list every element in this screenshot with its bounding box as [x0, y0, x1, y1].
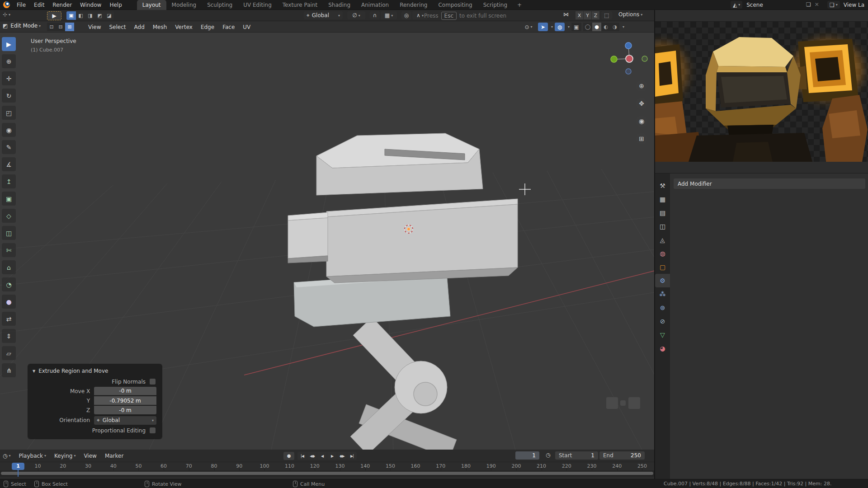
tool-shear[interactable]: ▱ — [2, 346, 16, 360]
jump-to-start-button[interactable]: |◀ — [297, 452, 307, 460]
properties-tab-material[interactable]: ◕ — [655, 342, 670, 355]
shading-dropdown-caret[interactable]: ▾ — [623, 25, 624, 29]
workspace-tab-uv-editing[interactable]: UV Editing — [238, 0, 277, 10]
current-frame-indicator[interactable]: 1 — [12, 463, 24, 470]
add-modifier-button[interactable]: Add Modifier — [674, 178, 865, 189]
properties-tab-render[interactable]: ▦ — [655, 192, 670, 206]
workspace-tab-rendering[interactable]: Rendering — [394, 0, 433, 10]
orientation-dropdown[interactable]: ⌖ Global ▾ — [94, 416, 156, 425]
tool-rip-region[interactable]: ⋔ — [2, 363, 16, 377]
viewport-menu-view[interactable]: View — [84, 24, 105, 30]
collapse-triangle-icon[interactable]: ▼ — [33, 369, 35, 373]
show-gizmo-toggle[interactable]: ➤ — [538, 23, 548, 31]
timeline-menu-keying[interactable]: Keying▾ — [50, 453, 80, 459]
workspace-tab-texture-paint[interactable]: Texture Paint — [277, 0, 323, 10]
workspace-tab-animation[interactable]: Animation — [356, 0, 394, 10]
add-workspace-button[interactable]: + — [513, 2, 526, 8]
viewport-toggle-perspective-control[interactable]: ⊞ — [636, 133, 647, 145]
viewport-menu-edge[interactable]: Edge — [197, 24, 218, 30]
pivot-point-dropdown[interactable]: ∅▾ — [347, 11, 365, 19]
scene-selector[interactable]: ◭▾ Scene — [731, 1, 763, 9]
mirror-z-toggle[interactable]: Z — [592, 11, 599, 19]
workspace-tab-sculpting[interactable]: Sculpting — [202, 0, 238, 10]
frame-end-field[interactable]: End 250 — [599, 451, 645, 460]
flip-normals-checkbox[interactable] — [150, 379, 156, 385]
viewport-menu-add[interactable]: Add — [130, 24, 149, 30]
properties-tab-output[interactable]: ▤ — [655, 206, 670, 220]
viewport-menu-uv[interactable]: UV — [239, 24, 255, 30]
tool-scale[interactable]: ◰ — [2, 106, 16, 120]
viewport-menu-face[interactable]: Face — [218, 24, 239, 30]
mirror-x-toggle[interactable]: X — [576, 11, 583, 19]
tool-select-box[interactable]: ▶ — [2, 37, 16, 51]
shading-rendered-button[interactable]: ◑ — [610, 23, 619, 31]
select-op-intersect[interactable]: ◪ — [104, 11, 114, 20]
properties-tab-object-data[interactable]: ▽ — [655, 328, 670, 342]
gizmo-x-neg-axis[interactable] — [642, 56, 647, 61]
active-tool-selector[interactable]: ⊹▾ — [3, 11, 10, 18]
workspace-tab-compositing[interactable]: Compositing — [433, 0, 477, 10]
tool-shrink-fatten[interactable]: ⇕ — [2, 329, 16, 343]
workspace-tab-modeling[interactable]: Modeling — [166, 0, 202, 10]
viewport-camera-view-control[interactable]: ◉ — [636, 115, 647, 127]
tool-transform[interactable]: ◉ — [2, 123, 16, 137]
snap-to-dropdown[interactable]: ▦▾ — [381, 11, 397, 19]
properties-tab-view-layer[interactable]: ◫ — [655, 220, 670, 233]
gizmo-z-axis[interactable] — [625, 42, 632, 49]
overlays-dropdown-caret[interactable]: ▾ — [568, 25, 570, 29]
tool-edge-slide[interactable]: ⇄ — [2, 312, 16, 326]
snap-toggle[interactable]: ∩ — [370, 11, 380, 19]
mech-model[interactable] — [288, 133, 518, 450]
viewport-menu-vertex[interactable]: Vertex — [171, 24, 197, 30]
play-button[interactable]: ▶ — [327, 452, 337, 460]
properties-tab-tool[interactable]: ⚒ — [655, 179, 670, 192]
tool-extrude-region[interactable]: ↥ — [2, 174, 16, 188]
tool-measure[interactable]: ∡ — [2, 157, 16, 171]
viewport-zoom-control[interactable]: ⊕ — [636, 80, 647, 92]
mirror-icon[interactable]: ⋈ — [563, 11, 569, 18]
gizmo-z-neg-axis[interactable] — [626, 69, 631, 74]
properties-tab-modifiers[interactable]: ⚙ — [655, 274, 670, 287]
timeline-editor-type-button[interactable]: ◷▾ — [0, 453, 15, 459]
auto-keying-record-button[interactable]: ● — [283, 452, 294, 460]
view-layer-selector[interactable]: ❑▾ View La — [827, 1, 864, 9]
stopwatch-icon[interactable]: ◷ — [546, 452, 550, 458]
select-mode-edge-button[interactable]: ⊟ — [56, 23, 65, 31]
xray-toggle[interactable]: ▣ — [571, 23, 581, 31]
tool-move[interactable]: ✛ — [2, 71, 16, 85]
viewport-menu-select[interactable]: Select — [105, 24, 130, 30]
properties-tab-scene[interactable]: ◬ — [655, 233, 670, 247]
mode-selector[interactable]: ◩ Edit Mode ▾ — [3, 23, 41, 29]
menu-window[interactable]: Window — [76, 0, 105, 10]
properties-tab-particles[interactable]: ⁂ — [655, 287, 670, 301]
gizmo-x-axis[interactable] — [626, 55, 633, 62]
playhead-line[interactable] — [18, 469, 19, 477]
gizmo-y-axis[interactable] — [611, 56, 617, 62]
navigation-gizmo[interactable] — [610, 41, 648, 75]
new-scene-icon[interactable]: ❏ — [806, 1, 811, 8]
move-z-field[interactable]: -0 m — [94, 406, 156, 414]
previous-keyframe-button[interactable]: ◀◆ — [307, 452, 317, 460]
properties-tab-physics[interactable]: ⊚ — [655, 301, 670, 314]
image-editor-preview[interactable] — [655, 22, 868, 162]
tool-inset-faces[interactable]: ▣ — [2, 192, 16, 206]
active-tool-indicator[interactable]: ▶ — [47, 11, 61, 20]
timeline-menu-playback[interactable]: Playback▾ — [15, 453, 51, 459]
blender-logo-icon[interactable] — [3, 1, 10, 8]
move-y-field[interactable]: -0.79052 m — [94, 396, 156, 405]
tool-spin[interactable]: ◔ — [2, 277, 16, 291]
show-overlays-toggle[interactable]: ◍ — [555, 23, 565, 31]
jump-to-end-button[interactable]: ▶| — [347, 452, 357, 460]
mirror-y-toggle[interactable]: Y — [584, 11, 591, 19]
tool-smooth[interactable]: ● — [2, 295, 16, 309]
operator-panel-header[interactable]: ▼ Extrude Region and Move — [28, 367, 162, 377]
snap-options-icon[interactable]: ⬚ — [601, 11, 612, 19]
select-mode-vertex-button[interactable]: ⊡ — [47, 23, 56, 31]
properties-tab-object[interactable]: ▢ — [655, 260, 670, 274]
tool-annotate[interactable]: ✎ — [2, 140, 16, 154]
transform-orientation-dropdown[interactable]: ⌖ Global ▾ — [304, 11, 343, 19]
timeline-menu-marker[interactable]: Marker — [101, 453, 127, 459]
tool-loop-cut[interactable]: ◫ — [2, 226, 16, 240]
operator-panel-extrude[interactable]: ▼ Extrude Region and Move Flip Normals M… — [28, 364, 162, 439]
properties-tab-world[interactable]: ◍ — [655, 247, 670, 260]
